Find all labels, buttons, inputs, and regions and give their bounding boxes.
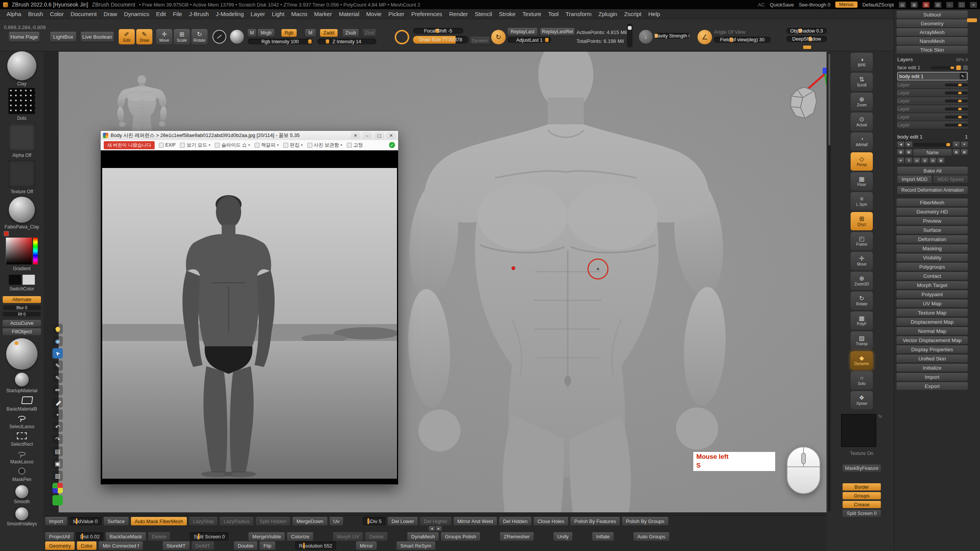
prev-layer-button[interactable]: ◀ bbox=[897, 142, 904, 147]
menu-item[interactable]: Marker bbox=[311, 10, 336, 18]
layer-down-button[interactable]: ▼ bbox=[961, 142, 968, 147]
layer-updown-button[interactable]: ⇅ bbox=[905, 158, 912, 163]
undo-icon[interactable]: ↶ bbox=[52, 422, 63, 432]
menu-item[interactable]: J-Modeling bbox=[212, 10, 247, 18]
tool-subpalette-bar[interactable]: Normal Map bbox=[897, 327, 968, 335]
tray-button[interactable]: Colorize bbox=[287, 532, 313, 541]
brush-thumbnail[interactable] bbox=[7, 51, 36, 80]
texture-thumbnail[interactable] bbox=[8, 160, 35, 187]
layer-panel-button[interactable]: ▦ bbox=[938, 158, 944, 163]
alternate-button[interactable]: Alternate bbox=[3, 296, 41, 303]
stroke-type-icon[interactable] bbox=[212, 30, 226, 44]
document-canvas[interactable]: Body 사진 레퍼런스 > 26e1c1eef58ae9ab0122abd39… bbox=[58, 51, 826, 512]
material-thumbnail[interactable] bbox=[9, 197, 35, 223]
lightbulb-icon[interactable] bbox=[52, 324, 63, 334]
tray-button[interactable]: Polish By Features bbox=[570, 517, 620, 525]
right-shelf-button[interactable]: ◇ Persp bbox=[851, 152, 873, 171]
basic-material-icon[interactable] bbox=[21, 396, 33, 404]
pen-disabled-icon[interactable]: ✎ bbox=[52, 360, 63, 371]
layer-up-button[interactable]: ▲ bbox=[953, 142, 960, 147]
default-zscript-button[interactable]: DefaultZScript bbox=[862, 2, 894, 8]
canvas-scrollbar[interactable] bbox=[828, 53, 831, 511]
right-shelf-button[interactable]: ▨ Transp bbox=[851, 331, 873, 350]
material-preview[interactable] bbox=[230, 30, 244, 44]
layer-row-empty[interactable]: Layer bbox=[897, 97, 968, 104]
tray-button[interactable]: LazyRadius bbox=[220, 517, 253, 525]
layer-intensity-slider[interactable] bbox=[945, 108, 968, 111]
tray-button[interactable]: StoreMT bbox=[163, 541, 189, 550]
dynamic-toggle[interactable]: Dynamic bbox=[470, 37, 490, 44]
mdd-speed-button[interactable]: MDD Speed bbox=[933, 176, 968, 183]
tray-button[interactable]: Flip bbox=[260, 541, 275, 550]
accucurve-button[interactable]: AccuCurve bbox=[3, 320, 41, 327]
m-mode-button2[interactable]: M bbox=[305, 29, 316, 37]
tray-button[interactable]: Geometry bbox=[45, 541, 75, 550]
tray-button[interactable]: Dist 0.02 bbox=[76, 532, 103, 541]
pen-icon[interactable]: ✎ bbox=[52, 373, 63, 383]
select-lasso-icon[interactable] bbox=[16, 414, 27, 424]
tray-button[interactable]: Auto Groups bbox=[634, 532, 669, 541]
replay-last-rel-button[interactable]: ReplayLastRel bbox=[540, 28, 575, 36]
gravity-direction-slider[interactable] bbox=[627, 24, 632, 47]
quicksave-button[interactable]: QuickSave bbox=[770, 2, 794, 8]
right-shelf-button[interactable]: ▦ PolyF bbox=[851, 311, 873, 330]
mask-lasso-icon[interactable] bbox=[16, 450, 27, 460]
name-button[interactable]: Name bbox=[913, 149, 952, 156]
right-shelf-button[interactable]: ○ Solo bbox=[851, 371, 873, 390]
objshadow-slider[interactable]: ObjShadow 0.3 bbox=[786, 28, 827, 34]
menu-item[interactable]: Preferences bbox=[408, 10, 446, 18]
main-color-swatch[interactable] bbox=[9, 275, 21, 285]
deepshadow-slider[interactable]: DeepShadow bbox=[786, 36, 827, 42]
rgb-mode-button[interactable]: Rgb bbox=[281, 29, 297, 37]
menu-item[interactable]: Help bbox=[645, 10, 663, 18]
menu-item[interactable]: Zscript bbox=[621, 10, 645, 18]
layer-row-empty[interactable]: Layer bbox=[897, 89, 968, 96]
tray-button[interactable]: Del Higher bbox=[420, 517, 451, 525]
tray-button[interactable]: Uv bbox=[330, 517, 343, 525]
tool-subpalette-bar[interactable]: FiberMesh bbox=[897, 199, 968, 206]
right-shelf-button[interactable]: ⊕ Zoom3D bbox=[851, 272, 873, 290]
rgb-intensity-slider[interactable]: Rgb Intensity 100 bbox=[248, 39, 312, 44]
smooth-valleys-thumb[interactable] bbox=[15, 507, 28, 520]
tray-button[interactable]: MergeDown bbox=[292, 517, 327, 525]
scale-button[interactable]: ⊞ Scale bbox=[174, 29, 190, 44]
live-boolean-button[interactable]: Live Boolean bbox=[81, 32, 114, 42]
tray-button[interactable]: Surface bbox=[104, 517, 129, 525]
layer-grid-button[interactable]: ▦ bbox=[897, 149, 904, 155]
menu-item[interactable]: Stencil bbox=[471, 10, 495, 18]
tool-subpalette-bar[interactable]: Initialize bbox=[897, 364, 968, 372]
tray-button[interactable]: Delete bbox=[148, 532, 170, 541]
replay-icon[interactable]: ↻ bbox=[491, 30, 506, 44]
tray-button[interactable]: Color bbox=[77, 541, 96, 550]
layer-intensity-slider[interactable] bbox=[945, 99, 968, 103]
right-shelf-button[interactable]: ⊕ Zoom bbox=[851, 93, 873, 111]
viewer-window[interactable]: Body 사진 레퍼런스 > 26e1c1eef58ae9ab0122abd39… bbox=[100, 130, 399, 485]
right-shelf-button[interactable]: ◰ Frame bbox=[851, 232, 873, 250]
panel-layout-icon[interactable]: ▦ bbox=[911, 2, 918, 8]
tray-button[interactable]: ProjectAll bbox=[45, 532, 74, 541]
angle-of-view-icon[interactable]: ∠ bbox=[697, 30, 712, 44]
tool-subpalette-bar[interactable]: Displacement Map bbox=[897, 318, 968, 326]
layer-intensity-slider[interactable] bbox=[945, 91, 968, 95]
right-shelf-button[interactable]: ▦ Floor bbox=[851, 172, 873, 191]
tray-button[interactable]: DynaMesh bbox=[407, 532, 439, 541]
tray-button[interactable]: Min Connected f bbox=[99, 541, 143, 550]
lightbox-button[interactable]: LightBox bbox=[50, 32, 76, 42]
startup-material-thumb[interactable] bbox=[15, 373, 29, 386]
tool-subpalette-bar[interactable]: Polypaint bbox=[897, 290, 968, 298]
layer-strength-slider[interactable] bbox=[913, 143, 952, 147]
exif-button[interactable]: EXIF bbox=[159, 142, 176, 148]
groups-button[interactable]: Groups bbox=[843, 492, 881, 499]
tray-button[interactable]: Import bbox=[45, 517, 67, 525]
viewer-titlebar[interactable]: Body 사진 레퍼런스 > 26e1c1eef58ae9ab0122abd39… bbox=[101, 131, 398, 140]
tray-button[interactable]: Split Screen 0 bbox=[190, 532, 229, 541]
hue-bar[interactable] bbox=[33, 238, 38, 264]
viewer-menu-item[interactable]: 슬라이드 쇼 ▾ bbox=[215, 142, 250, 148]
tool-subpalette-bar[interactable]: Export bbox=[897, 382, 968, 390]
texture-preview[interactable] bbox=[841, 414, 876, 447]
material-sphere-large[interactable] bbox=[6, 338, 38, 370]
menu-item[interactable]: Brush bbox=[24, 10, 46, 18]
clipboard-icon[interactable]: ▥ bbox=[52, 471, 63, 481]
menu-item[interactable]: J-Brush bbox=[186, 10, 212, 18]
tool-subpalette-bar[interactable]: Surface bbox=[897, 226, 968, 234]
